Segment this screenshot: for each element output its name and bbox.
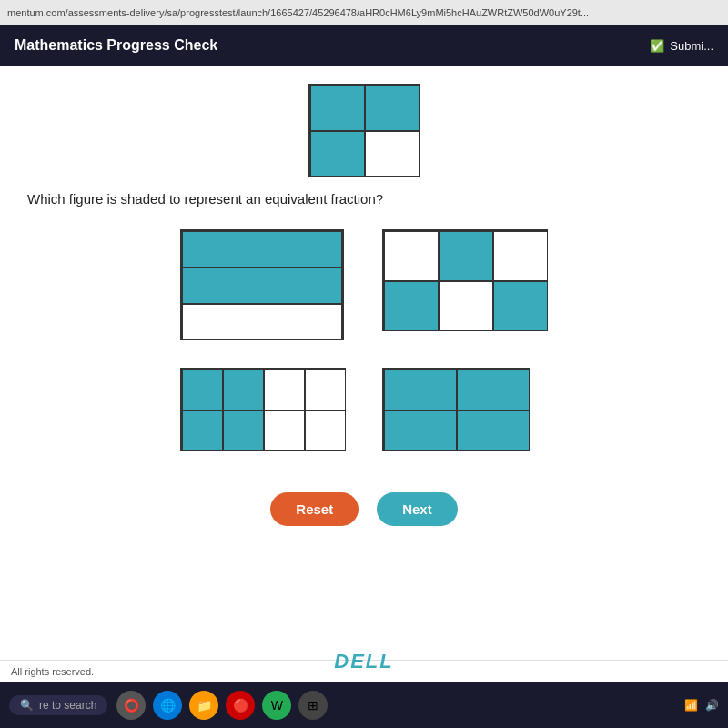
search-icon: 🔍: [20, 699, 34, 712]
ref-cell-3: [310, 131, 365, 177]
taskbar-icon-chrome[interactable]: 🔴: [226, 691, 255, 720]
option-a[interactable]: [176, 225, 350, 345]
taskbar-sound-icon: 🔊: [705, 699, 719, 712]
opt-b-cell-3: [493, 231, 548, 281]
opt-b-cell-1: [384, 231, 439, 281]
opt-c-cell-7: [264, 410, 305, 451]
opt-b-cell-2: [439, 231, 493, 281]
opt-a-cell-3: [182, 304, 342, 340]
footer-text: All rights reserved.: [11, 666, 94, 677]
taskbar-icon-calculator[interactable]: ⊞: [298, 691, 328, 720]
submit-area: ✅ Submi...: [650, 39, 713, 53]
opt-d-cell-4: [457, 410, 530, 451]
taskbar-icons: ⭕ 🌐 📁 🔴 W ⊞: [116, 691, 328, 720]
submit-label: Submi...: [670, 39, 713, 53]
submit-icon: ✅: [650, 39, 664, 53]
opt-d-cell-3: [384, 410, 457, 451]
dell-logo: DELL: [334, 650, 393, 673]
taskbar: 🔍 re to search ⭕ 🌐 📁 🔴 W ⊞ 📶 🔊: [0, 682, 728, 728]
opt-c-cell-6: [223, 410, 264, 451]
opt-c-cell-4: [305, 369, 346, 410]
taskbar-icon-folder[interactable]: 📁: [189, 691, 218, 720]
reset-button[interactable]: Reset: [270, 492, 359, 526]
opt-d-cell-2: [457, 369, 530, 410]
taskbar-right: 📶 🔊: [684, 699, 719, 712]
next-button[interactable]: Next: [377, 492, 458, 526]
reference-figure-container: [308, 84, 420, 177]
option-b-figure: [382, 229, 548, 331]
buttons-row: Reset Next: [270, 492, 457, 526]
ref-cell-2: [365, 86, 420, 131]
opt-c-cell-1: [182, 369, 223, 410]
option-c[interactable]: [176, 363, 350, 456]
option-a-figure: [180, 229, 344, 340]
app-header: Mathematics Progress Check ✅ Submi...: [0, 25, 728, 66]
ref-cell-4: [365, 131, 420, 177]
browser-url: mentum.com/assessments-delivery/sa/progr…: [7, 7, 589, 18]
opt-c-cell-5: [182, 410, 223, 451]
page-title: Mathematics Progress Check: [15, 37, 650, 54]
taskbar-icon-word[interactable]: W: [262, 691, 291, 720]
search-text: re to search: [39, 699, 96, 712]
browser-bar: mentum.com/assessments-delivery/sa/progr…: [0, 0, 728, 25]
opt-b-cell-4: [384, 281, 439, 331]
opt-a-cell-2: [182, 268, 342, 304]
opt-a-cell-1: [182, 231, 342, 268]
opt-c-cell-2: [223, 369, 264, 410]
option-b[interactable]: [378, 225, 552, 345]
question-text: Which figure is shaded to represent an e…: [27, 191, 701, 207]
opt-b-cell-5: [439, 281, 493, 331]
option-d-figure: [382, 368, 530, 451]
taskbar-wifi-icon: 📶: [684, 699, 698, 712]
options-grid: [176, 225, 552, 456]
opt-c-cell-8: [305, 410, 346, 451]
taskbar-icon-circle[interactable]: ⭕: [116, 691, 146, 720]
main-content: Which figure is shaded to represent an e…: [0, 66, 728, 660]
option-c-figure: [180, 368, 346, 451]
option-d[interactable]: [378, 363, 552, 456]
reference-figure: [308, 84, 420, 177]
ref-cell-1: [310, 86, 365, 131]
taskbar-search[interactable]: 🔍 re to search: [9, 695, 107, 715]
opt-d-cell-1: [384, 369, 457, 410]
taskbar-icon-edge[interactable]: 🌐: [153, 691, 182, 720]
opt-b-cell-6: [493, 281, 548, 331]
opt-c-cell-3: [264, 369, 305, 410]
